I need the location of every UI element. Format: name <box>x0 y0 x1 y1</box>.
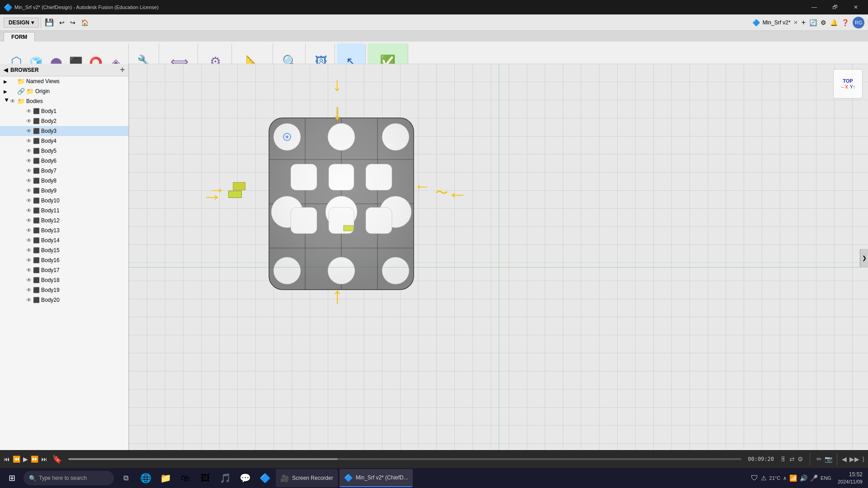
maximize-button[interactable]: 🗗 <box>825 0 845 14</box>
taskbar-store[interactable]: 🛍 <box>175 469 195 487</box>
timeline-skip-end[interactable]: ⏭ <box>41 455 47 463</box>
expand-timeline[interactable]: ⟩ <box>862 455 864 463</box>
body-label: Body17 <box>41 267 60 273</box>
tray-volume[interactable]: 🔊 <box>800 474 807 482</box>
taskbar-explorer[interactable]: 📁 <box>156 469 175 487</box>
browser-item-body8[interactable]: 👁 ⬛ Body8 <box>0 176 128 186</box>
help-icon[interactable]: ❓ <box>841 19 849 26</box>
camera-icon[interactable]: 📷 <box>825 455 832 463</box>
tray-alert[interactable]: ⚠ <box>761 474 767 482</box>
browser-item-body11[interactable]: 👁 ⬛ Body11 <box>0 206 128 216</box>
canvas-area[interactable]: TOP ←X Y↑ ↓ → ↑ 〜 ← <box>129 64 868 470</box>
body-type-icon: ⬛ <box>33 168 40 174</box>
right-left-arrow: ← <box>448 184 467 204</box>
canvas-right-btn[interactable]: ❯ <box>860 249 868 267</box>
tray-antivirus[interactable]: 🛡 <box>751 474 758 482</box>
settings-icon[interactable]: ⚙ <box>821 19 826 26</box>
taskbar-photos[interactable]: 🖼 <box>195 469 215 487</box>
browser-item-body17[interactable]: 👁 ⬛ Body17 <box>0 265 128 275</box>
notification-icon[interactable]: 🔔 <box>830 19 838 26</box>
design-button[interactable]: DESIGN ▾ <box>4 18 39 28</box>
minimize-button[interactable]: — <box>804 0 825 14</box>
browser-item-body2[interactable]: 👁 ⬛ Body2 <box>0 116 128 126</box>
close-button[interactable]: ✕ <box>845 0 866 14</box>
taskbar-app6[interactable]: 💬 <box>235 469 255 487</box>
timeline-settings-1[interactable]: 🎚 <box>780 455 787 463</box>
tray-mic[interactable]: 🎤 <box>810 474 818 482</box>
browser-plus-btn[interactable]: + <box>120 65 125 75</box>
browser-collapse-arrow[interactable]: ◀ <box>4 67 8 73</box>
browser-item-body1[interactable]: 👁 ⬛ Body1 <box>0 106 128 116</box>
browser-item-named-views[interactable]: ▶ 📁 Named Views <box>0 76 128 86</box>
browser-item-body6[interactable]: 👁 ⬛ Body6 <box>0 156 128 166</box>
user-avatar[interactable]: RG <box>853 17 864 28</box>
taskbar-fusion[interactable]: 🔷 <box>255 469 275 487</box>
browser-item-bodies[interactable]: ▶ 👁 📁 Bodies <box>0 96 128 106</box>
home-icon[interactable]: 🏠 <box>79 18 90 27</box>
taskbar-chrome[interactable]: 🌐 <box>136 469 156 487</box>
timeline-play[interactable]: ▶ <box>23 455 28 463</box>
new-tab-icon[interactable]: + <box>802 19 806 27</box>
browser-item-body15[interactable]: 👁 ⬛ Body15 <box>0 245 128 255</box>
browser-item-body20[interactable]: 👁 ⬛ Body20 <box>0 295 128 305</box>
tab-form[interactable]: FORM <box>4 32 35 42</box>
vis-icon: 👁 <box>26 197 32 204</box>
browser-item-body18[interactable]: 👁 ⬛ Body18 <box>0 275 128 285</box>
axis-indicator[interactable]: TOP ←X Y↑ <box>833 69 863 99</box>
chevron-right-timeline[interactable]: ▶▶ <box>849 455 859 463</box>
browser-item-body10[interactable]: 👁 ⬛ Body10 <box>0 196 128 206</box>
browser-item-body5[interactable]: 👁 ⬛ Body5 <box>0 146 128 156</box>
vis-icon: 👁 <box>26 277 32 283</box>
taskbar-clock[interactable]: 15:52 2024/11/09 <box>834 471 866 485</box>
taskbar-screen-recorder[interactable]: 🎥 Screen Recorder <box>276 469 338 487</box>
save-quick-icon[interactable]: 💾 <box>43 17 56 28</box>
tray-chevron[interactable]: ∧ <box>783 475 787 481</box>
browser-item-body4[interactable]: 👁 ⬛ Body4 <box>0 136 128 146</box>
y-axis-icon: Y↑ <box>850 84 855 89</box>
item-label: Origin <box>35 88 50 94</box>
taskbar-fusion-window[interactable]: 🔷 Min_Srf v2* (ChiefD... <box>340 469 413 487</box>
pen-icon[interactable]: ✏ <box>816 455 822 463</box>
body-label: Body16 <box>41 257 60 263</box>
timeline-settings-2[interactable]: ⇄ <box>789 455 795 463</box>
body-label: Body11 <box>41 207 60 214</box>
browser-item-body14[interactable]: 👁 ⬛ Body14 <box>0 235 128 245</box>
svg-rect-25 <box>269 118 414 290</box>
timeline-prev[interactable]: ⏪ <box>13 455 20 463</box>
design-dropdown-arrow: ▾ <box>31 19 34 26</box>
body-type-icon: ⬛ <box>33 207 40 214</box>
model-viewport[interactable] <box>255 109 427 299</box>
tab-close-icon[interactable]: ✕ <box>793 19 798 26</box>
search-bar[interactable]: 🔍 Type here to search <box>24 471 114 485</box>
start-button[interactable]: ⊞ <box>2 469 22 487</box>
x-axis-icon: ←X <box>840 84 848 89</box>
timeline-marker[interactable]: 🔖 <box>52 454 62 464</box>
body-type-icon: ⬛ <box>33 297 40 303</box>
task-view-btn[interactable]: ⧉ <box>116 469 136 487</box>
title-bar: 🔷 Min_Srf v2* (ChiefDesign) - Autodesk F… <box>0 0 868 14</box>
tray-network[interactable]: 📶 <box>789 474 797 482</box>
browser-item-body19[interactable]: 👁 ⬛ Body19 <box>0 285 128 295</box>
browser-item-origin[interactable]: ▶ 🔗 📁 Origin <box>0 86 128 96</box>
body-label: Body18 <box>41 277 60 283</box>
browser-item-body12[interactable]: 👁 ⬛ Body12 <box>0 216 128 225</box>
refresh-icon[interactable]: 🔄 <box>809 19 817 26</box>
vis-icon: 👁 <box>26 237 32 244</box>
redo-icon[interactable]: ↪ <box>68 18 77 27</box>
fusion-window-label: Min_Srf v2* (ChiefD... <box>356 474 408 481</box>
timeline-settings-3[interactable]: ⚙ <box>797 455 803 463</box>
chevron-left-timeline[interactable]: ◀ <box>842 455 847 463</box>
bottom-up-arrow: ↑ <box>332 284 343 307</box>
browser-item-body3[interactable]: 👁 ⬛ Body3 <box>0 126 128 136</box>
browser-item-body7[interactable]: 👁 ⬛ Body7 <box>0 166 128 176</box>
timeline-skip-start[interactable]: ⏮ <box>4 455 10 463</box>
timeline-next[interactable]: ⏩ <box>31 455 38 463</box>
body-type-icon: ⬛ <box>33 178 40 184</box>
expand-arrow: ▶ <box>4 79 10 84</box>
undo-icon[interactable]: ↩ <box>57 18 66 27</box>
taskbar-app5[interactable]: 🎵 <box>215 469 235 487</box>
browser-item-body9[interactable]: 👁 ⬛ Body9 <box>0 186 128 196</box>
browser-item-body13[interactable]: 👁 ⬛ Body13 <box>0 225 128 235</box>
timeline-track[interactable] <box>68 458 741 460</box>
browser-item-body16[interactable]: 👁 ⬛ Body16 <box>0 255 128 265</box>
